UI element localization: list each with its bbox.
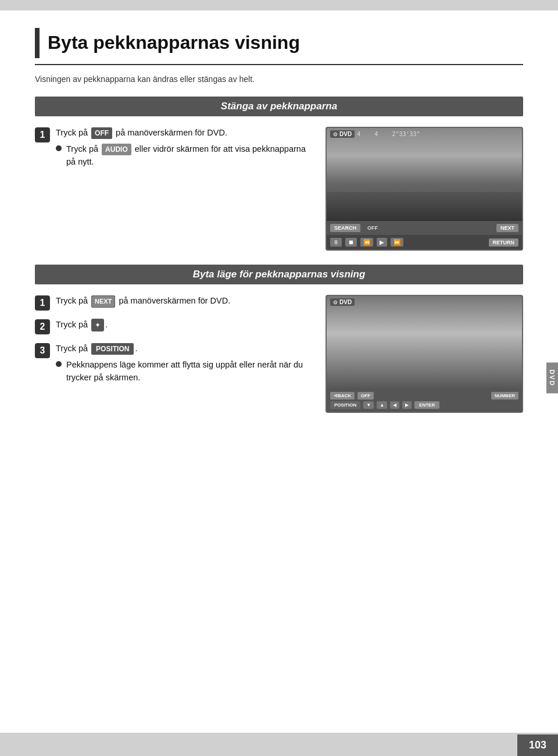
dvd-hud-1: ⊙ DVD 4 4 2"33'33" — [330, 130, 420, 138]
section1-steps: 1 Tryck på OFF på manöverskärmen för DVD… — [35, 127, 314, 251]
section2-content: 1 Tryck på NEXT på manöverskärmen för DV… — [35, 295, 523, 413]
step-s2-3-content: Tryck på POSITION. Pekknappens läge komm… — [56, 343, 314, 384]
dvd-screen-2: ⊙ DVD ⊲BACK OFF NUMBER P — [326, 295, 523, 413]
ctrl-pause-1: ⏸ — [330, 238, 342, 247]
title-accent-bar — [35, 28, 40, 58]
dvd-screen-2-container: ⊙ DVD ⊲BACK OFF NUMBER P — [326, 295, 523, 413]
dvd-screen-1-container: ⊙ DVD 4 4 2"33'33" — [326, 127, 523, 251]
side-tab-dvd: DVD — [546, 362, 558, 393]
s2-step1-text: Tryck på — [56, 296, 90, 305]
dvd-screen-1: ⊙ DVD 4 4 2"33'33" — [326, 127, 523, 251]
step1-content: Tryck på OFF på manöverskärmen för DVD. … — [56, 127, 314, 168]
page-subtitle: Visningen av pekknapparna kan ändras ell… — [35, 74, 523, 84]
ctrl-row-1: ⊲BACK OFF NUMBER — [330, 392, 518, 400]
dvd-video-area-1: ⊙ DVD 4 4 2"33'33" — [327, 128, 522, 221]
section1-step1: 1 Tryck på OFF på manöverskärmen för DVD… — [35, 127, 314, 168]
dvd-badge-text-2: DVD — [339, 299, 352, 305]
step-number-s2-2: 2 — [35, 319, 50, 334]
step-s2-2-content: Tryck på . — [56, 319, 314, 331]
gondola-scene-1 — [327, 128, 522, 221]
dvd-timecode-1: 4 4 2"33'33" — [357, 131, 420, 137]
dvd-badge-2: ⊙ DVD — [330, 298, 355, 306]
gondola-scene-2 — [327, 296, 522, 389]
dvd-icon-2: ⊙ — [333, 299, 338, 305]
ctrl-arrow-right: ▶ — [402, 401, 412, 409]
s2-bullet1-text: Pekknappens läge kommer att flytta sig u… — [66, 359, 314, 384]
title-section: Byta pekknapparnas visning — [35, 28, 523, 65]
dvd-video-area-2: ⊙ DVD — [327, 296, 522, 389]
ctrl-return-1: RETURN — [489, 238, 519, 247]
bullet1-content: Tryck på AUDIO eller vidrör skärmen för … — [66, 143, 314, 169]
section1-bullet1: Tryck på AUDIO eller vidrör skärmen för … — [56, 143, 314, 169]
step-number-s2-3: 3 — [35, 343, 50, 358]
step-number-1: 1 — [35, 127, 50, 142]
ctrl-off-2: OFF — [357, 392, 374, 400]
step1-text: Tryck på — [56, 128, 90, 137]
nav-cross-icon — [91, 319, 104, 331]
ctrl-number-2: NUMBER — [491, 392, 518, 400]
dvd-hud-2: ⊙ DVD — [330, 298, 355, 306]
step-number-s2-1: 1 — [35, 295, 50, 311]
page-number: 103 — [517, 734, 558, 756]
s2-step1-text2: på manöverskärmen för DVD. — [116, 296, 230, 305]
position-button-label: POSITION — [91, 343, 134, 355]
dvd-badge-1: ⊙ DVD — [330, 130, 355, 138]
ctrl-position-2: POSITION — [330, 401, 360, 409]
bullet-dot-1 — [56, 145, 62, 151]
section2-step3: 3 Tryck på POSITION. Pekknappens läge ko… — [35, 343, 314, 384]
dvd-controls-bar-1: SEARCH OFF NEXT — [327, 221, 522, 235]
s2-step3-text: Tryck på — [56, 344, 90, 353]
ctrl-enter-2: ENTER — [414, 401, 439, 409]
dvd-controls-bar-2: ⏸ ⏹ ⏪ ▶ ⏩ RETURN — [327, 235, 522, 249]
ctrl-arrow-down: ▼ — [363, 401, 374, 409]
dvd-icon-1: ⊙ — [333, 131, 338, 137]
bullet-dot-s2-1 — [56, 361, 62, 367]
page-title: Byta pekknapparnas visning — [48, 33, 300, 53]
ctrl-stop-1: ⏹ — [345, 238, 357, 247]
s2-step3-text2: . — [135, 344, 137, 353]
section2-steps: 1 Tryck på NEXT på manöverskärmen för DV… — [35, 295, 314, 413]
top-bar — [0, 0, 558, 10]
ctrl-row-2: POSITION ▼ ▲ ◀ ▶ ENTER — [330, 401, 518, 409]
next-button-box: NEXT — [91, 295, 115, 308]
step-s2-1-content: Tryck på NEXT på manöverskärmen för DVD. — [56, 295, 314, 308]
off-button-label: OFF — [91, 127, 112, 139]
section1-content: 1 Tryck på OFF på manöverskärmen för DVD… — [35, 127, 523, 251]
ctrl-arrow-up: ▲ — [377, 401, 387, 409]
dvd-badge-text-1: DVD — [339, 131, 352, 137]
main-content: Byta pekknapparnas visning Visningen av … — [0, 10, 558, 442]
bottom-section: 103 — [0, 733, 558, 756]
ctrl-search-1: SEARCH — [330, 224, 360, 232]
ctrl-off-1: OFF — [364, 224, 381, 232]
audio-button-label: AUDIO — [102, 144, 131, 155]
section2-step1: 1 Tryck på NEXT på manöverskärmen för DV… — [35, 295, 314, 311]
ctrl-arrow-left: ◀ — [390, 401, 399, 409]
s2-step2-text: Tryck på — [56, 320, 90, 329]
ctrl-rew-1: ⏪ — [360, 238, 373, 247]
ctrl-back-2: ⊲BACK — [330, 392, 355, 400]
section2-header: Byta läge för pekknapparnas visning — [35, 265, 523, 284]
ctrl-play-1: ▶ — [377, 238, 387, 247]
bullet1-text: Tryck på — [66, 144, 101, 154]
section1-header: Stänga av pekknapparna — [35, 97, 523, 116]
s2-step2-text2: . — [105, 320, 108, 329]
ctrl-ffw-1: ⏩ — [391, 238, 403, 247]
page-container: Byta pekknapparnas visning Visningen av … — [0, 0, 558, 756]
section2-step2: 2 Tryck på . — [35, 319, 314, 334]
ctrl-next-1: NEXT — [496, 224, 518, 232]
section2-bullet1: Pekknappens läge kommer att flytta sig u… — [56, 359, 314, 384]
step1-text2: på manöverskärmen för DVD. — [113, 128, 227, 137]
dvd-controls-bottom: ⊲BACK OFF NUMBER POSITION ▼ ▲ ◀ ▶ ENTER — [327, 389, 522, 412]
